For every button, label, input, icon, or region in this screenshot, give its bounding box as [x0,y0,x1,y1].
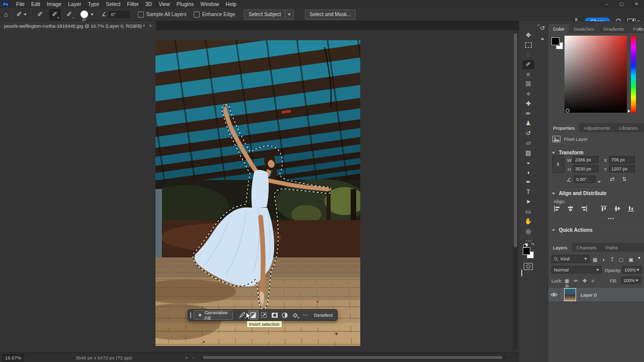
brush-size-picker[interactable]: 30 [80,11,94,18]
y-field[interactable]: 1207 px [609,165,635,172]
align-bottom-icon[interactable] [627,205,634,212]
default-colors-icon[interactable] [523,243,527,247]
layer-visibility-toggle[interactable] [548,288,560,302]
align-center-vertical-icon[interactable] [614,205,621,212]
add-to-selection-mode-button[interactable]: ✐ + [49,9,60,20]
filter-type-layers-icon[interactable]: T [611,257,614,262]
foreground-color-swatch[interactable] [523,247,530,255]
rotation-field[interactable]: 0.00° [574,175,596,183]
link-dimensions-toggle[interactable]: ∞ [552,155,565,173]
contextual-taskbar[interactable]: Generative Fill [188,309,338,321]
fill-field[interactable]: 100% [621,277,641,284]
tab-properties[interactable]: Properties [548,123,579,132]
eraser-tool[interactable]: ▱ [522,138,534,148]
x-field[interactable]: 706 px [609,156,635,163]
tab-channels[interactable]: Channels [572,243,601,252]
generative-fill-button[interactable]: Generative Fill [194,310,233,320]
menu-edit[interactable]: Edit [31,1,40,7]
layer-row[interactable]: Layer 0 [548,287,644,302]
select-and-mask-button[interactable]: Select and Mask... [305,10,355,20]
angle-input[interactable]: 0° [109,11,130,18]
deselect-button[interactable]: Deselect [311,312,335,318]
lasso-tool[interactable]: ◌ [522,50,534,60]
vertical-scrollbar-thumb[interactable] [514,33,517,247]
menu-3d[interactable]: 3D [145,1,152,7]
document-tab[interactable]: pexels-wellington-cunha-1918445.jpg @ 16… [0,21,156,30]
layer-name[interactable]: Layer 0 [581,292,597,298]
menu-filter[interactable]: Filter [127,1,138,7]
tab-gradients[interactable]: Gradients [599,24,628,33]
filter-pixel-layers-icon[interactable]: ▦ [593,257,597,262]
close-tab-icon[interactable]: × [149,23,152,29]
menu-image[interactable]: Image [47,1,61,7]
subtract-from-selection-mode-button[interactable]: ✐ − [64,10,74,20]
flip-vertical-icon[interactable]: ⇅ [622,176,626,183]
history-panel-icon[interactable]: ↺ [537,23,547,33]
move-tool[interactable]: ✥ [522,30,534,40]
frame-tool[interactable]: ☒ [522,79,534,89]
flip-horizontal-icon[interactable]: ⇄ [610,176,614,183]
transform-section-header[interactable]: Transform [552,150,584,155]
color-picker-cursor[interactable] [566,109,570,113]
quick-actions-section-header[interactable]: Quick Actions [552,227,593,233]
vertical-scrollbar[interactable] [513,32,518,350]
minimize-button[interactable]: – [599,0,614,8]
layer-filter-dropdown[interactable]: Kind [551,255,590,263]
tab-paths[interactable]: Paths [601,243,622,252]
pen-tool[interactable]: ✒ [522,177,534,188]
quick-mask-button[interactable] [524,263,533,270]
foreground-background-colors[interactable]: ↷ [522,247,534,259]
comments-panel-icon[interactable]: ❝ [537,35,547,45]
color-panel-swatches[interactable] [551,37,564,49]
blur-tool[interactable]: ◒ [522,158,534,168]
saturation-brightness-picker[interactable] [565,36,627,113]
quick-selection-tool[interactable]: ✐ [522,60,534,70]
tab-swatches[interactable]: Swatches [569,24,599,33]
history-brush-tool[interactable]: ↺ [522,128,534,138]
select-subject-split-button[interactable]: Select Subject [244,10,294,20]
menu-window[interactable]: Window [200,1,219,7]
canvas-area[interactable]: Generative Fill [0,30,519,352]
tool-preset-picker[interactable]: ✐ [17,11,27,18]
home-icon[interactable]: ⌂ [4,11,8,18]
create-adjustment-button[interactable] [280,311,290,319]
document-canvas-image[interactable] [155,40,360,346]
spot-healing-brush-tool[interactable]: ✚ [522,99,534,109]
clone-stamp-tool[interactable]: ♟ [522,119,534,129]
filter-shape-layers-icon[interactable]: ▢ [619,257,623,262]
rectangle-tool[interactable]: ▭ [522,207,534,217]
foreground-color-swatch[interactable] [551,37,559,45]
filter-smart-objects-icon[interactable]: ▣ [628,257,633,262]
tab-color[interactable]: Color [548,24,569,33]
crop-tool[interactable]: ⌗ [522,69,534,79]
type-tool[interactable]: T [522,187,534,197]
menu-help[interactable]: Help [226,1,237,7]
screen-mode-button[interactable] [521,269,522,277]
tab-libraries[interactable]: Libraries [615,123,642,132]
menu-select[interactable]: Select [106,1,120,7]
maximize-button[interactable]: ▢ [614,0,629,8]
menu-layer[interactable]: Layer [68,1,81,7]
filter-toggle[interactable]: ● [638,255,640,260]
align-top-icon[interactable] [600,205,607,212]
enhance-edge-checkbox[interactable]: Enhance Edge [194,12,235,18]
swap-colors-icon[interactable]: ↷ [531,242,534,247]
transform-selection-button[interactable] [260,311,269,319]
zoom-tool[interactable]: ◎ [522,226,534,236]
align-left-icon[interactable] [553,205,560,212]
width-field[interactable]: 2386 px [573,156,599,163]
select-subject-button[interactable]: Select Subject [244,10,285,20]
more-options-button[interactable]: ⋯ [301,311,310,319]
lock-position-icon[interactable]: ✥ [583,278,587,284]
layer-thumbnail[interactable] [564,288,576,301]
horizontal-scrollbar[interactable] [201,355,505,359]
align-more-button[interactable]: ••• [608,216,614,221]
filter-adjustment-layers-icon[interactable]: ◐ [603,257,606,262]
close-button[interactable]: ✕ [629,0,644,8]
gradient-tool[interactable]: ▨ [522,148,534,158]
brush-angle-control[interactable]: ∠ 0° [102,11,130,18]
zoom-level-field[interactable]: 16.67% [2,354,24,361]
lock-paint-icon[interactable]: ✏ [574,278,578,284]
select-subject-dropdown[interactable] [285,10,294,20]
menu-type[interactable]: Type [88,1,99,7]
